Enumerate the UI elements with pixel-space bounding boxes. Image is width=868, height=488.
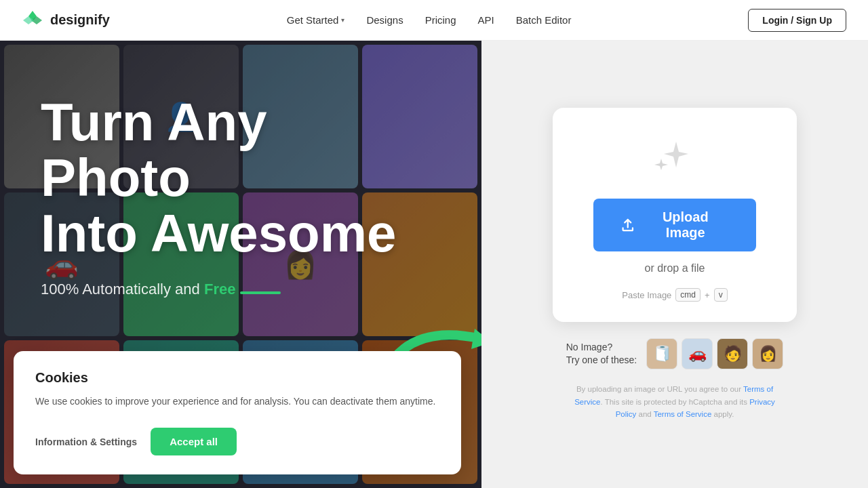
upload-icon bbox=[620, 218, 635, 232]
terms-text: By uploading an image or URL you agree t… bbox=[566, 383, 783, 420]
upload-image-label: Upload Image bbox=[642, 209, 729, 241]
sample-thumb-3-img: 🧑 bbox=[717, 339, 747, 369]
cookie-banner: Cookies We use cookies to improve your e… bbox=[14, 351, 461, 474]
nav-get-started-label: Get Started bbox=[287, 14, 339, 26]
navbar: designify Get Started ▾ Designs Pricing … bbox=[0, 0, 868, 41]
try-these-label: Try one of these: bbox=[566, 354, 637, 367]
hero-right: Upload Image or drop a file Paste Image … bbox=[481, 41, 868, 488]
drop-file-label: or drop a file bbox=[645, 262, 705, 274]
nav-pricing-label: Pricing bbox=[425, 14, 456, 26]
chevron-down-icon: ▾ bbox=[341, 16, 344, 24]
upload-image-button[interactable]: Upload Image bbox=[593, 199, 756, 251]
sample-section: No Image? Try one of these: 🧻 🚗 🧑 👩 bbox=[566, 338, 784, 369]
logo-text: designify bbox=[50, 12, 110, 28]
login-button[interactable]: Login / Sign Up bbox=[748, 9, 846, 32]
cookie-body: We use cookies to improve your experienc… bbox=[35, 394, 439, 409]
hero-text-block: Turn Any Photo Into Awesome 100% Automat… bbox=[41, 95, 396, 298]
hero-subtitle-prefix: 100% Automatically and bbox=[41, 281, 204, 298]
sample-thumb-3[interactable]: 🧑 bbox=[717, 338, 748, 369]
cookie-accept-button[interactable]: Accept all bbox=[151, 428, 237, 455]
hero-underline bbox=[240, 291, 281, 294]
nav-designs-label: Designs bbox=[366, 14, 403, 26]
logo-icon bbox=[22, 9, 43, 31]
hero-title-line2: Photo bbox=[41, 150, 396, 206]
cookie-title: Cookies bbox=[35, 370, 439, 386]
sample-image-list: 🧻 🚗 🧑 👩 bbox=[646, 338, 783, 369]
v-key: v bbox=[714, 288, 728, 302]
nav-api-label: API bbox=[478, 14, 494, 26]
nav-get-started[interactable]: Get Started ▾ bbox=[287, 14, 345, 26]
hero-subtitle: 100% Automatically and Free bbox=[41, 281, 396, 298]
sample-label: No Image? Try one of these: bbox=[566, 341, 637, 367]
hero-title-line3: Into Awesome bbox=[41, 206, 396, 262]
nav-designs[interactable]: Designs bbox=[366, 14, 403, 26]
hero-subtitle-free: Free bbox=[204, 281, 235, 298]
hero-title: Turn Any Photo Into Awesome bbox=[41, 95, 396, 262]
sample-thumb-4-img: 👩 bbox=[753, 339, 783, 369]
paste-label: Paste Image bbox=[622, 290, 671, 300]
logo[interactable]: designify bbox=[22, 9, 110, 31]
nav-pricing[interactable]: Pricing bbox=[425, 14, 456, 26]
nav-batch-editor-label: Batch Editor bbox=[516, 14, 572, 26]
upload-card: Upload Image or drop a file Paste Image … bbox=[553, 108, 797, 322]
sample-thumb-1[interactable]: 🧻 bbox=[646, 338, 677, 369]
no-image-label: No Image? bbox=[566, 341, 637, 354]
terms-of-service-link[interactable]: Terms of Service bbox=[574, 385, 773, 405]
paste-row: Paste Image cmd + v bbox=[622, 288, 727, 302]
sample-thumb-2[interactable]: 🚗 bbox=[682, 338, 713, 369]
cookie-actions: Information & Settings Accept all bbox=[35, 428, 439, 455]
sample-thumb-1-img: 🧻 bbox=[647, 339, 677, 369]
nav-api[interactable]: API bbox=[478, 14, 494, 26]
sample-thumb-2-img: 🚗 bbox=[682, 339, 712, 369]
nav-menu: Get Started ▾ Designs Pricing API Batch … bbox=[287, 14, 572, 26]
cookie-info-button[interactable]: Information & Settings bbox=[35, 430, 137, 454]
nav-batch-editor[interactable]: Batch Editor bbox=[516, 14, 572, 26]
sample-thumb-4[interactable]: 👩 bbox=[752, 338, 783, 369]
cmd-key: cmd bbox=[675, 288, 701, 302]
paste-plus: + bbox=[705, 290, 710, 300]
sparkle-icon bbox=[648, 135, 702, 185]
hero-title-line1: Turn Any bbox=[41, 95, 396, 150]
terms-of-service-link-2[interactable]: Terms of Service bbox=[654, 410, 712, 418]
